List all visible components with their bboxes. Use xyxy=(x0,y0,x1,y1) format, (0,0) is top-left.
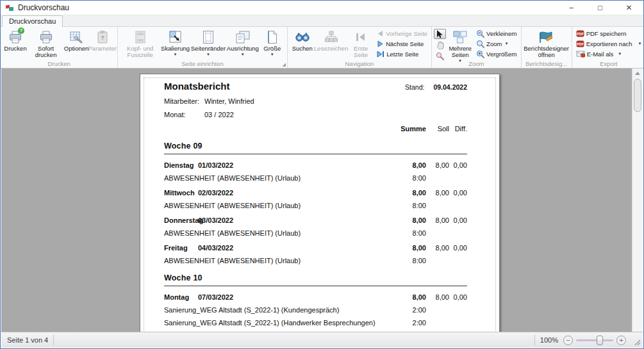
group-label-berichtsdesigner: Berichtsdesig... xyxy=(522,60,572,67)
ausrichtung-button[interactable]: Ausrichtung ▼ xyxy=(226,28,260,56)
vergroessern-button[interactable]: Vergrößern xyxy=(474,49,519,59)
mehrere-seiten-button[interactable]: Mehrere Seiten ▼ xyxy=(446,28,474,63)
column-diff: Diff. xyxy=(449,125,467,133)
binoculars-icon xyxy=(295,29,310,45)
sofort-drucken-button[interactable]: Sofort drucken xyxy=(28,28,63,58)
clipboard-icon: ? xyxy=(96,29,109,45)
email-icon xyxy=(576,50,585,58)
scroll-up-icon[interactable] xyxy=(632,69,643,78)
zoom-out-button[interactable]: − xyxy=(563,336,573,345)
next-page-icon xyxy=(377,40,384,47)
report-title: Monatsbericht xyxy=(164,81,405,92)
dropdown-arrow-icon: ▼ xyxy=(206,53,210,56)
day-diff: 0,00 xyxy=(449,244,467,252)
close-button[interactable]: ✕ xyxy=(615,1,643,15)
day-name: Dienstag xyxy=(164,161,198,169)
day-date: 07/03/2022 xyxy=(198,293,393,301)
dropdown-arrow-icon: ▼ xyxy=(174,53,178,56)
scrollbar-thumb[interactable] xyxy=(634,79,641,112)
skalierung-button[interactable]: Skalierung ▼ xyxy=(160,28,190,56)
zoom-tool-button[interactable] xyxy=(434,51,446,61)
entry-label: ABWESENHEIT (ABWESENHEIT) (Urlaub) xyxy=(164,229,393,237)
zoom-slider-thumb[interactable] xyxy=(597,336,603,345)
day-soll: 8,00 xyxy=(426,161,449,169)
maximize-button[interactable]: □ xyxy=(586,1,615,15)
zoom-in-icon xyxy=(476,50,484,58)
entry-time: 2:00 xyxy=(393,319,426,327)
verkleinern-button[interactable]: Verkleinern xyxy=(474,29,519,38)
tab-druckvorschau[interactable]: Druckvorschau xyxy=(2,15,63,27)
parameter-button: ? Parameter xyxy=(89,28,115,52)
vertical-scrollbar[interactable] xyxy=(632,69,643,333)
mitarbeiter-value: Winter, Winfried xyxy=(204,97,254,105)
dropdown-arrow-icon: ▼ xyxy=(504,42,508,45)
pdf-speichern-button[interactable]: PDF PDF speichern xyxy=(574,29,644,38)
naechste-seite-button[interactable]: Nächste Seite xyxy=(375,39,429,49)
week-rule xyxy=(164,154,467,154)
groesse-button[interactable]: Größe ▼ xyxy=(260,28,285,56)
report-weeks: Woche 09Dienstag01/03/20228,008,000,00AB… xyxy=(164,142,467,333)
erste-seite-button: Erste Seite xyxy=(347,28,375,58)
report-day-row: Freitag04/03/20228,008,000,00 xyxy=(164,244,467,252)
day-soll: 8,00 xyxy=(426,244,449,252)
report-entry-row: ABWESENHEIT (ABWESENHEIT) (Urlaub)8:00 xyxy=(164,229,467,237)
scaling-icon xyxy=(169,29,183,45)
group-label-drucken: Drucken xyxy=(1,60,117,67)
day-date: 01/03/2022 xyxy=(198,161,393,169)
zoom-out-icon xyxy=(476,29,484,38)
pdf-icon: PDF xyxy=(576,29,584,38)
suchen-button[interactable]: Suchen xyxy=(290,28,315,52)
export-icon: PDF xyxy=(576,40,584,48)
preview-area[interactable]: Monatsbericht Stand: 09.04.2022 Mitarbei… xyxy=(1,69,643,333)
report-header-row: Monatsbericht Stand: 09.04.2022 xyxy=(164,81,467,92)
entry-label: Sanierung_WEG Altstadt (S_2022-1) (Kunde… xyxy=(164,306,393,314)
page-size-icon xyxy=(266,29,279,45)
day-date: 02/03/2022 xyxy=(198,189,393,197)
stand-value: 09.04.2022 xyxy=(433,83,467,91)
zoom-slider[interactable] xyxy=(576,339,613,341)
seitenraender-button[interactable]: Seitenränder ▼ xyxy=(190,28,226,56)
entry-time: 2:00 xyxy=(393,306,426,314)
day-summe: 8,00 xyxy=(393,189,426,197)
group-label-navigation: Navigation xyxy=(288,60,431,67)
zoom-in-button[interactable]: + xyxy=(616,336,626,345)
bookmark-tree-icon xyxy=(324,29,338,45)
printer-icon xyxy=(39,29,53,45)
report-entry-row: ABWESENHEIT (ABWESENHEIT) (Urlaub)8:00 xyxy=(164,202,467,209)
optionen-button[interactable]: Optionen xyxy=(63,28,89,52)
entry-time: 8:00 xyxy=(393,257,426,264)
ribbon: ? Drucken Sofort drucken Optionen ? Para… xyxy=(1,27,643,69)
week-rule xyxy=(164,286,467,286)
vorherige-seite-button: Vorherige Seite xyxy=(375,29,429,38)
column-summe: Summe xyxy=(393,125,426,133)
entry-time: 8:00 xyxy=(393,174,426,182)
druckvorschau-window: { "window": { "title": "Druckvorschau" }… xyxy=(0,0,644,349)
statusbar-separator xyxy=(534,335,535,345)
drucken-button[interactable]: ? Drucken xyxy=(3,28,28,52)
margins-icon xyxy=(202,29,214,45)
select-tool-button[interactable] xyxy=(434,29,446,39)
ribbon-group-drucken: ? Drucken Sofort drucken Optionen ? Para… xyxy=(1,27,118,68)
email-als-button[interactable]: E-Mail als ▼ xyxy=(574,49,644,59)
entry-label: ABWESENHEIT (ABWESENHEIT) (Urlaub) xyxy=(164,202,393,209)
minimize-button[interactable]: – xyxy=(557,1,586,15)
table-wrench-icon xyxy=(69,29,83,45)
day-summe: 8,00 xyxy=(393,293,426,301)
zoom-dropdown-button[interactable]: Zoom ▼ xyxy=(474,39,519,49)
exportieren-nach-button[interactable]: PDF Exportieren nach ▼ xyxy=(574,39,644,49)
report-content: Monatsbericht Stand: 09.04.2022 Mitarbei… xyxy=(140,74,499,333)
day-summe: 8,00 xyxy=(393,244,426,252)
dropdown-arrow-icon: ▼ xyxy=(618,52,622,56)
title-bar: Druckvorschau – □ ✕ xyxy=(1,1,643,15)
day-diff: 0,00 xyxy=(449,293,467,301)
report-day-row: Dienstag01/03/20228,008,000,00 xyxy=(164,161,467,169)
day-diff: 0,00 xyxy=(449,216,467,224)
berichtsdesigner-oeffnen-button[interactable]: Berichtsdesigner öffnen xyxy=(524,28,570,58)
zoom-level-value: 100% xyxy=(540,336,558,344)
resize-grip[interactable] xyxy=(632,337,641,346)
day-summe: 8,00 xyxy=(393,161,426,169)
pan-tool-button[interactable] xyxy=(434,40,446,50)
day-name: Montag xyxy=(164,293,198,301)
letzte-seite-button[interactable]: Letzte Seite xyxy=(375,49,429,59)
svg-text:PDF: PDF xyxy=(577,32,584,36)
